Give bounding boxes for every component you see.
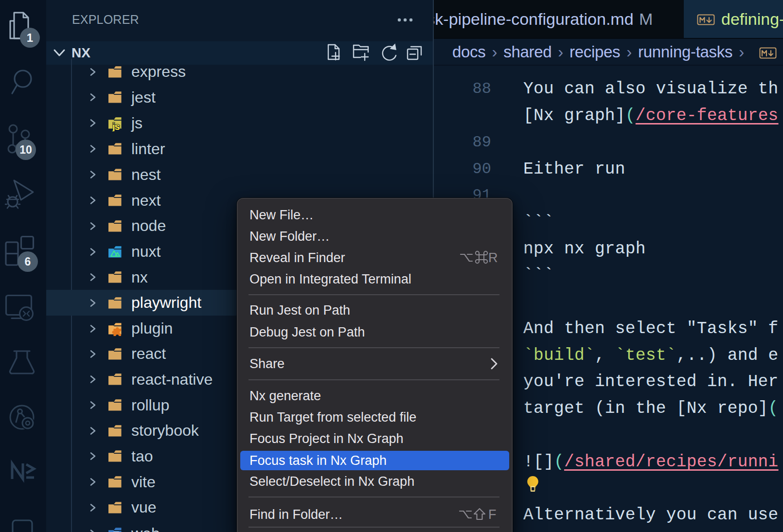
svg-text:js: js xyxy=(112,121,120,131)
